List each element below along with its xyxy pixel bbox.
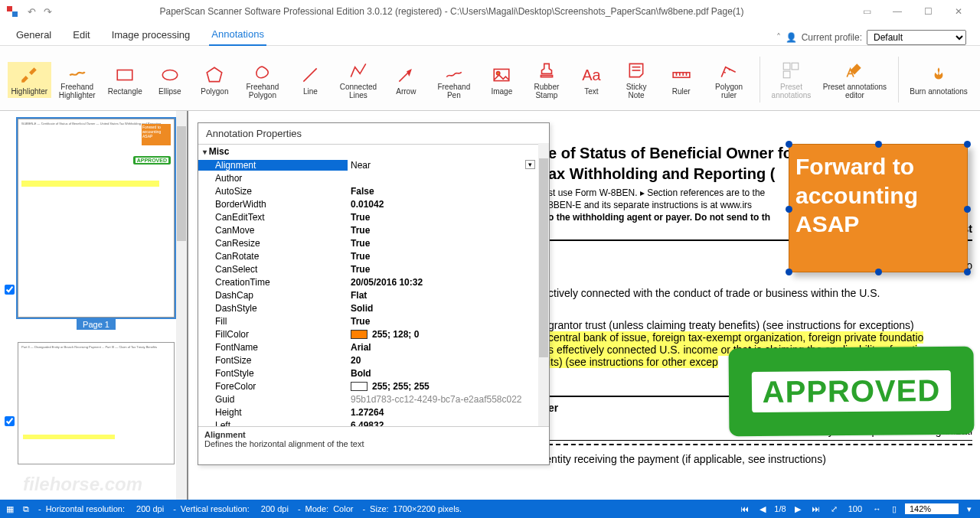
thumbnail-2-image[interactable]: Part II — Disregarded Entity or Branch R… <box>18 342 175 464</box>
rectangle-button[interactable]: Rectangle <box>103 62 147 98</box>
zoom-width-icon[interactable]: ↔ <box>871 504 884 513</box>
prop-row-author[interactable]: Author <box>198 171 549 184</box>
image-button[interactable]: Image <box>480 62 524 98</box>
prop-row-fillcolor[interactable]: FillColor255; 128; 0 <box>198 327 549 340</box>
line-button[interactable]: Line <box>289 62 332 98</box>
nav-prev[interactable]: ◀ <box>757 504 768 514</box>
minimize-button[interactable]: — <box>882 2 913 21</box>
tab-edit[interactable]: Edit <box>70 24 92 45</box>
prop-row-fontstyle[interactable]: FontStyleBold <box>198 367 549 380</box>
profile-select[interactable]: Default <box>867 30 966 45</box>
prop-row-fontname[interactable]: FontNameArial <box>198 340 549 353</box>
page-indicator: 1/8 <box>774 504 786 513</box>
thumbnail-1-checkbox[interactable] <box>5 285 15 295</box>
zoom-page-icon[interactable]: ▯ <box>890 504 899 514</box>
prop-row-borderwidth[interactable]: BorderWidth0.01042 <box>198 197 549 210</box>
redo-icon[interactable]: ↷ <box>44 6 52 18</box>
burn-button[interactable]: Burn annotations <box>905 62 972 98</box>
tab-annotations[interactable]: Annotations <box>209 24 266 46</box>
approved-stamp[interactable]: APPROVED <box>729 347 975 437</box>
prop-row-fill[interactable]: FillTrue <box>198 314 549 327</box>
thumbnail-2[interactable]: Part II — Disregarded Entity or Branch R… <box>0 334 187 466</box>
sticky-note-button[interactable]: Sticky Note <box>615 57 658 102</box>
zoom-100-icon[interactable]: 100 <box>846 504 864 513</box>
statusbar: ▦ ⧉ - Horizontal resolution: 200 dpi - V… <box>0 500 980 518</box>
prop-row-left[interactable]: Left6.49832 <box>198 419 549 426</box>
ruler-button[interactable]: Ruler <box>659 62 703 98</box>
polygon-button[interactable]: Polygon <box>193 62 237 98</box>
prop-row-canselect[interactable]: CanSelectTrue <box>198 262 549 275</box>
zoom-fit-icon[interactable]: ⤢ <box>828 504 840 514</box>
prop-row-dashstyle[interactable]: DashStyleSolid <box>198 301 549 314</box>
connected-lines-button[interactable]: Connected Lines <box>334 57 383 102</box>
nav-first[interactable]: ⏮ <box>738 504 751 513</box>
collapse-ribbon-icon[interactable]: ˄ <box>776 32 781 43</box>
prop-row-canresize[interactable]: CanResizeTrue <box>198 236 549 249</box>
svg-rect-22 <box>784 71 791 78</box>
properties-scrollbar[interactable] <box>538 143 549 426</box>
rubber-stamp-button[interactable]: Rubber Stamp <box>525 57 569 102</box>
prop-row-guid[interactable]: Guid95b1d783-cc12-4249-bc7a-e2aaf558c022 <box>198 393 549 406</box>
properties-grid[interactable]: Misc AlignmentNear ▾AuthorAutoSizeFalseB… <box>198 145 549 426</box>
svg-marker-7 <box>408 70 411 75</box>
thumbnail-panel: Forward to accounting ASAP APPROVED W-8B… <box>0 111 188 500</box>
prop-row-canedittext[interactable]: CanEditTextTrue <box>198 210 549 223</box>
text-button[interactable]: AaText <box>570 62 613 98</box>
freehand-pen-button[interactable]: Freehand Pen <box>430 57 479 102</box>
zoom-value[interactable]: 142% <box>905 503 959 514</box>
properties-description: Alignment Defines the horizontal alignme… <box>198 426 549 464</box>
freehand-highlighter-button[interactable]: Freehand Highlighter <box>53 57 102 102</box>
text-icon: Aa <box>580 64 602 86</box>
prop-group-misc[interactable]: Misc <box>198 145 549 158</box>
prop-row-dashcap[interactable]: DashCapFlat <box>198 288 549 301</box>
zoom-dropdown[interactable]: ▾ <box>965 504 974 514</box>
polygon-icon <box>204 64 225 86</box>
freehand-polygon-button[interactable]: Freehand Polygon <box>238 57 287 102</box>
quick-access: ↶ ↷ <box>28 6 52 18</box>
svg-line-18 <box>724 72 726 73</box>
highlighter-button[interactable]: Highlighter <box>8 62 51 98</box>
prop-row-creationtime[interactable]: CreationTime20/05/2016 10:32 <box>198 275 549 288</box>
prop-row-height[interactable]: Height1.27264 <box>198 406 549 419</box>
arrow-button[interactable]: Arrow <box>384 62 428 98</box>
ribbon-toggle-icon[interactable]: ▭ <box>851 2 882 21</box>
status-icon-1[interactable]: ▦ <box>6 504 14 514</box>
rubber-stamp-icon <box>536 60 557 81</box>
doc-line2: grantor trust (unless claiming treaty be… <box>548 319 972 331</box>
prop-row-forecolor[interactable]: ForeColor255; 255; 255 <box>198 380 549 393</box>
nav-next[interactable]: ▶ <box>792 504 803 514</box>
status-icon-2[interactable]: ⧉ <box>23 504 29 514</box>
preset-icon <box>780 60 802 81</box>
prop-row-canrotate[interactable]: CanRotateTrue <box>198 249 549 262</box>
tab-image-processing[interactable]: Image processing <box>109 24 193 45</box>
maximize-button[interactable]: ☐ <box>913 2 943 21</box>
prop-row-canmove[interactable]: CanMoveTrue <box>198 223 549 236</box>
ellipse-button[interactable]: Ellipse <box>149 62 192 98</box>
freehand-pen-icon <box>443 60 465 81</box>
ruler-icon <box>671 64 692 86</box>
svg-line-19 <box>729 69 730 70</box>
highlighter-icon <box>18 64 40 86</box>
close-button[interactable]: ✕ <box>943 2 974 21</box>
svg-rect-0 <box>7 6 12 11</box>
thumbnail-1-image[interactable]: Forward to accounting ASAP APPROVED W-8B… <box>18 119 175 318</box>
burn-icon <box>928 64 949 86</box>
polygon-ruler-button[interactable]: Polygon ruler <box>704 57 753 102</box>
image-icon <box>491 64 512 86</box>
prop-row-alignment[interactable]: AlignmentNear ▾ <box>198 158 549 171</box>
polygon-ruler-icon <box>718 60 740 81</box>
undo-icon[interactable]: ↶ <box>28 6 36 18</box>
tab-general[interactable]: General <box>14 24 54 45</box>
thumbnail-2-checkbox[interactable] <box>5 416 15 426</box>
window-title: PaperScan Scanner Software Professional … <box>159 6 743 17</box>
thumb-scrollbar[interactable] <box>176 111 187 500</box>
thumbnail-1[interactable]: Forward to accounting ASAP APPROVED W-8B… <box>0 111 187 334</box>
annotation-properties-panel[interactable]: Annotation Properties Misc AlignmentNear… <box>198 122 550 465</box>
prop-row-autosize[interactable]: AutoSizeFalse <box>198 184 549 197</box>
prop-row-fontsize[interactable]: FontSize20 <box>198 353 549 367</box>
preset-editor-button[interactable]: Preset annotations editor <box>818 57 893 102</box>
nav-last[interactable]: ⏭ <box>809 504 822 513</box>
svg-rect-10 <box>541 76 552 77</box>
sticky-note-annotation[interactable]: Forward to accounting ASAP <box>789 144 968 272</box>
menubar: General Edit Image processing Annotation… <box>0 23 980 46</box>
